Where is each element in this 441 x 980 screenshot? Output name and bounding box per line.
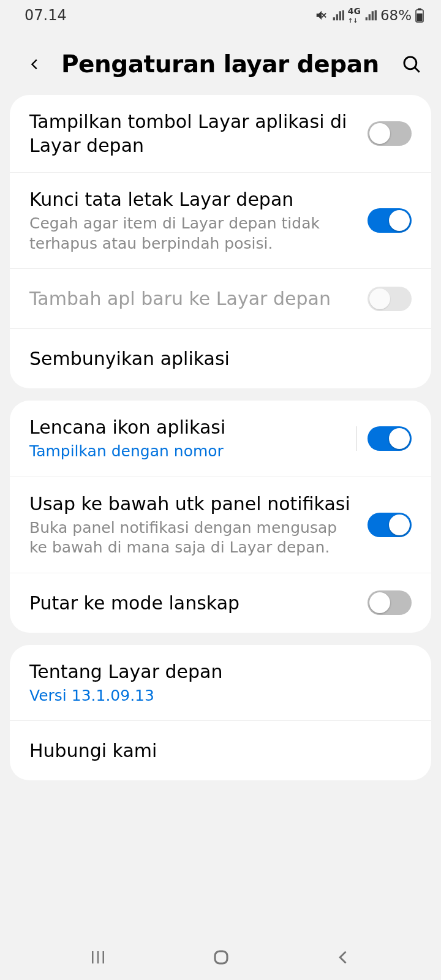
row-sub: Buka panel notifikasi dengan mengusap ke… <box>29 518 356 558</box>
toggle-app-icon-badges[interactable] <box>368 426 412 451</box>
row-title: Sembunyikan aplikasi <box>29 347 401 371</box>
row-text: Tampilkan tombol Layar aplikasi di Layar… <box>29 110 368 157</box>
settings-group: Lencana ikon aplikasiTampilkan dengan no… <box>10 401 431 633</box>
status-bar: 07.14 4G↑↓ 68% <box>0 0 441 31</box>
settings-group: Tampilkan tombol Layar aplikasi di Layar… <box>10 95 431 388</box>
toggle-knob <box>369 123 390 144</box>
row-sub: Cegah agar item di Layar depan tidak ter… <box>29 214 356 254</box>
row-contact-us[interactable]: Hubungi kami <box>10 720 431 780</box>
row-title: Tampilkan tombol Layar aplikasi di Layar… <box>29 110 356 157</box>
row-title: Kunci tata letak Layar depan <box>29 187 356 211</box>
status-time: 07.14 <box>24 7 67 24</box>
svg-point-3 <box>404 56 417 69</box>
row-hide-apps[interactable]: Sembunyikan aplikasi <box>10 328 431 388</box>
toggle-swipe-down-notif[interactable] <box>368 513 412 537</box>
toggle-knob <box>389 428 410 449</box>
header: Pengaturan layar depan <box>0 31 441 95</box>
network-4g-icon: 4G↑↓ <box>348 7 361 24</box>
row-text: Tambah apl baru ke Layar depan <box>29 287 368 311</box>
nav-back[interactable] <box>335 948 352 969</box>
row-sub: Versi 13.1.09.13 <box>29 686 401 706</box>
row-sub: Tampilkan dengan nomor <box>29 442 345 462</box>
toggle-show-apps-button[interactable] <box>368 121 412 146</box>
toggle-rotate-landscape[interactable] <box>368 590 412 615</box>
toggle-lock-layout[interactable] <box>368 208 412 233</box>
status-icons: 4G↑↓ 68% <box>315 7 424 24</box>
nav-recents[interactable] <box>89 948 107 969</box>
row-text: Usap ke bawah utk panel notifikasiBuka p… <box>29 492 368 558</box>
nav-home[interactable] <box>212 948 230 969</box>
row-title: Tentang Layar depan <box>29 660 401 684</box>
page-title: Pengaturan layar depan <box>61 50 383 78</box>
toggle-add-new-apps <box>368 287 412 311</box>
nav-back-icon <box>335 948 352 967</box>
toggle-knob <box>389 514 410 535</box>
row-app-icon-badges[interactable]: Lencana ikon aplikasiTampilkan dengan no… <box>10 401 431 477</box>
row-title: Hubungi kami <box>29 739 401 763</box>
divider <box>356 426 356 451</box>
search-button[interactable] <box>398 51 425 78</box>
svg-line-4 <box>415 67 420 72</box>
svg-rect-2 <box>417 13 423 21</box>
row-title: Lencana ikon aplikasi <box>29 415 345 439</box>
row-title: Tambah apl baru ke Layar depan <box>29 287 356 311</box>
signal-icon-1 <box>332 9 344 21</box>
row-title: Usap ke bawah utk panel notifikasi <box>29 492 356 516</box>
chevron-left-icon <box>28 53 42 75</box>
recents-icon <box>89 948 107 967</box>
row-text: Putar ke mode lanskap <box>29 591 368 615</box>
nav-bar <box>0 937 441 980</box>
mute-icon <box>315 9 328 22</box>
row-text: Kunci tata letak Layar depanCegah agar i… <box>29 187 368 254</box>
toggle-knob <box>389 210 410 231</box>
battery-icon <box>415 8 424 23</box>
back-button[interactable] <box>23 53 47 76</box>
row-about-home[interactable]: Tentang Layar depanVersi 13.1.09.13 <box>10 645 431 721</box>
battery-text: 68% <box>380 7 412 23</box>
row-text: Sembunyikan aplikasi <box>29 347 412 371</box>
toggle-knob <box>369 288 390 309</box>
search-icon <box>401 54 422 75</box>
settings-content: Tampilkan tombol Layar aplikasi di Layar… <box>0 95 441 780</box>
row-swipe-down-notif[interactable]: Usap ke bawah utk panel notifikasiBuka p… <box>10 477 431 573</box>
row-rotate-landscape[interactable]: Putar ke mode lanskap <box>10 573 431 633</box>
toggle-knob <box>369 592 390 613</box>
signal-icon-2 <box>364 9 377 21</box>
row-text: Lencana ikon aplikasiTampilkan dengan no… <box>29 415 356 462</box>
row-show-apps-button[interactable]: Tampilkan tombol Layar aplikasi di Layar… <box>10 95 431 172</box>
row-text: Hubungi kami <box>29 739 412 763</box>
row-add-new-apps[interactable]: Tambah apl baru ke Layar depan <box>10 268 431 328</box>
svg-rect-8 <box>215 951 227 963</box>
row-title: Putar ke mode lanskap <box>29 591 356 615</box>
home-icon <box>212 948 230 967</box>
row-text: Tentang Layar depanVersi 13.1.09.13 <box>29 660 412 706</box>
svg-rect-1 <box>418 9 421 10</box>
settings-group: Tentang Layar depanVersi 13.1.09.13Hubun… <box>10 645 431 781</box>
row-lock-layout[interactable]: Kunci tata letak Layar depanCegah agar i… <box>10 172 431 268</box>
